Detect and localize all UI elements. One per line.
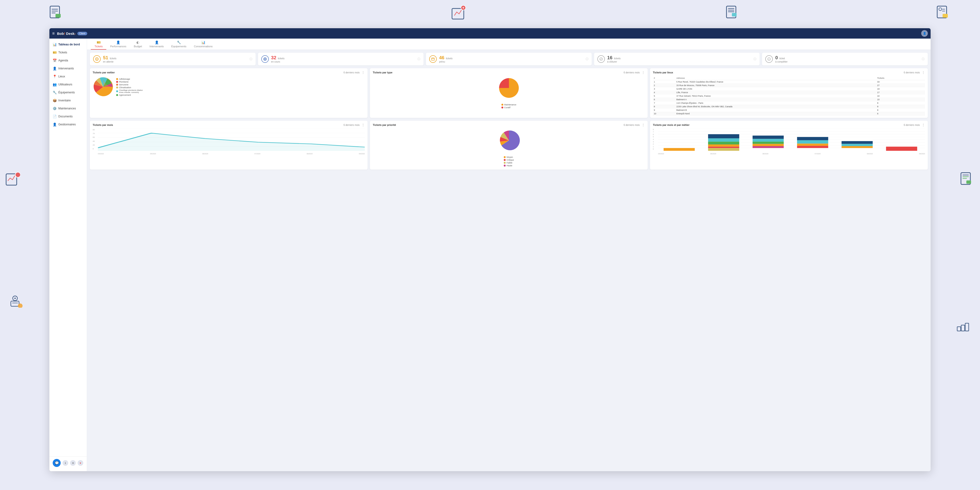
cell-tickets: 8 (876, 105, 925, 108)
svg-point-64 (265, 59, 265, 59)
svg-rect-91 (708, 145, 739, 146)
stat-info-icon-4[interactable]: ⓘ (754, 57, 756, 61)
cell-address: Entrepôt Nord (675, 112, 876, 116)
svg-rect-95 (752, 139, 784, 142)
sidebar-item-agenda[interactable]: 📅 Agenda (49, 56, 87, 64)
cell-address: 37 Rue Gérard, 75013 Paris, France (675, 94, 876, 98)
chart-period-priorite: 6 derniers mois (624, 124, 640, 126)
x-labels-mois-metier: 04/202005/202006/202007/202008/202009/20… (658, 153, 925, 154)
svg-rect-103 (842, 141, 872, 144)
svg-rect-98 (752, 146, 784, 148)
svg-rect-35 (957, 327, 961, 331)
sidebar-item-equipements[interactable]: 🔧 Équipements (49, 88, 87, 97)
info-button[interactable]: ℹ (62, 460, 68, 466)
tab-consommations[interactable]: 📊 Consommations (190, 38, 216, 49)
tab-budget-icon: ◐ (137, 40, 139, 44)
svg-rect-13 (732, 13, 737, 16)
bg-icon-9 (956, 318, 970, 334)
svg-rect-38 (961, 173, 970, 185)
stat-label-en-cours: tickets (278, 57, 284, 60)
tab-budget[interactable]: ◐ Budget (130, 38, 146, 49)
chart-period-mois: 6 derniers mois (344, 124, 360, 126)
avatar[interactable]: 👤 (921, 30, 928, 37)
chart-menu-priorite[interactable]: ⋮ (641, 123, 645, 127)
cell-address: Lille, France (675, 91, 876, 94)
svg-rect-0 (50, 6, 59, 18)
svg-rect-42 (966, 180, 971, 184)
svg-point-30 (18, 304, 22, 308)
table-row: 6Batiment A10 (653, 98, 925, 102)
chart-menu-metier[interactable]: ⋮ (361, 71, 365, 74)
app-window: ≡ Bob! Desk› Client 👤 📊 Tableau de bord … (49, 28, 931, 471)
bar-area-metier (658, 129, 925, 151)
sidebar-item-documents[interactable]: 📄 Documents (49, 113, 87, 121)
stat-info-icon-2[interactable]: ⓘ (417, 57, 420, 61)
dashboard: 51 tickets en attente ⓘ (87, 50, 931, 471)
stat-info-icon-3[interactable]: ⓘ (585, 57, 589, 61)
stat-info-icon-1[interactable]: ⓘ (250, 57, 252, 61)
stat-label-en-attente: tickets (110, 57, 116, 60)
sidebar: 📊 Tableau de bord 🎫 Tickets 📅 Agenda 👤 I… (49, 38, 87, 471)
cell-tickets: 10 (876, 98, 925, 102)
sidebar-label-agenda: Agenda (58, 59, 68, 62)
settings-button[interactable]: ⚙ (70, 460, 76, 466)
chart-tickets-par-lieux: Tickets par lieux 6 derniers mois ⋮ # Ad… (650, 68, 928, 118)
sidebar-item-lieux[interactable]: 📍 Lieux (49, 72, 87, 80)
svg-rect-9 (727, 6, 736, 18)
table-row: 7110 Champs-Élysées - Paris8 (653, 102, 925, 105)
stat-label-a-cloturer: tickets (614, 57, 620, 60)
svg-rect-102 (797, 146, 828, 148)
table-row: 4Lille, France17 (653, 91, 925, 94)
tab-intervenants[interactable]: 👤 Intervenants (146, 38, 168, 49)
cell-num: 7 (653, 102, 675, 105)
chat-button[interactable]: 💬 (52, 459, 60, 467)
hamburger-menu[interactable]: ≡ (52, 31, 55, 36)
svg-point-25 (13, 296, 18, 301)
chart-menu-mois[interactable]: ⋮ (361, 123, 365, 127)
sidebar-label-intervenants: Intervenants (58, 67, 74, 70)
stat-desc-en-cours: en cours (271, 60, 285, 63)
utilisateurs-icon: 👥 (52, 83, 56, 86)
svg-rect-18 (943, 14, 948, 18)
svg-rect-105 (842, 146, 872, 148)
bg-icon-4 (936, 5, 951, 21)
sidebar-item-tableau-de-bord[interactable]: 📊 Tableau de bord (49, 40, 87, 48)
chart-header-metier: Tickets par métier 6 derniers mois ⋮ (93, 71, 365, 74)
chart-tickets-par-mois-metier: Tickets par mois et par métier 6 dernier… (650, 121, 928, 170)
stat-info-prevu: 46 tickets prévu (439, 55, 452, 63)
cell-address: 33 Rue de Moscou, 75008 Paris, France (675, 84, 876, 87)
y-labels-metier: 876543210 (653, 129, 658, 150)
tab-tickets[interactable]: 🎫 Tickets (91, 38, 106, 49)
chart-header-mois: Tickets par mois 6 derniers mois ⋮ (93, 123, 365, 127)
stat-info-icon-5[interactable]: ⓘ (922, 57, 924, 61)
stat-desc-a-completer: à compléter (775, 60, 788, 63)
bg-icon-7 (10, 294, 24, 309)
sidebar-item-tickets[interactable]: 🎫 Tickets (49, 48, 87, 56)
chart-title-lieux: Tickets par lieux (653, 71, 673, 74)
chart-menu-mois-metier[interactable]: ⋮ (922, 123, 925, 127)
tab-performances[interactable]: 👤 Performances (106, 38, 130, 49)
tab-equipements[interactable]: 🔧 Équipements (167, 38, 190, 49)
sidebar-item-intervenants[interactable]: 👤 Intervenants (49, 64, 87, 72)
svg-rect-106 (886, 146, 917, 151)
svg-point-6 (461, 5, 466, 10)
gestionnaires-icon: 👤 (52, 123, 56, 126)
legend-priorite: Moyen Critique Faible Haute (504, 156, 514, 167)
svg-rect-4 (56, 14, 60, 18)
table-row: 10Entrepôt Nord6 (653, 112, 925, 116)
sidebar-label-tickets: Tickets (58, 51, 67, 54)
sidebar-label-gestionnaires: Gestionnaires (58, 123, 76, 126)
svg-point-15 (939, 8, 942, 11)
chart-menu-type[interactable]: ⋮ (641, 71, 645, 74)
heart-button[interactable]: ♥ (78, 460, 83, 466)
sidebar-item-gestionnaires[interactable]: 👤 Gestionnaires (49, 121, 87, 129)
sidebar-item-inventaire[interactable]: 📦 Inventaire (49, 97, 87, 105)
svg-text:©: © (768, 58, 770, 60)
chart-menu-lieux[interactable]: ⋮ (922, 71, 925, 74)
table-row: 233 Rue de Moscou, 75008 Paris, France27 (653, 84, 925, 87)
sidebar-label-lieux: Lieux (58, 75, 65, 78)
sidebar-item-maintenances[interactable]: ⚙️ Maintenances (49, 105, 87, 113)
sidebar-item-utilisateurs[interactable]: 👥 Utilisateurs (49, 80, 87, 88)
tab-equipements-icon: 🔧 (177, 40, 181, 44)
tab-consommations-icon: 📊 (201, 40, 205, 44)
